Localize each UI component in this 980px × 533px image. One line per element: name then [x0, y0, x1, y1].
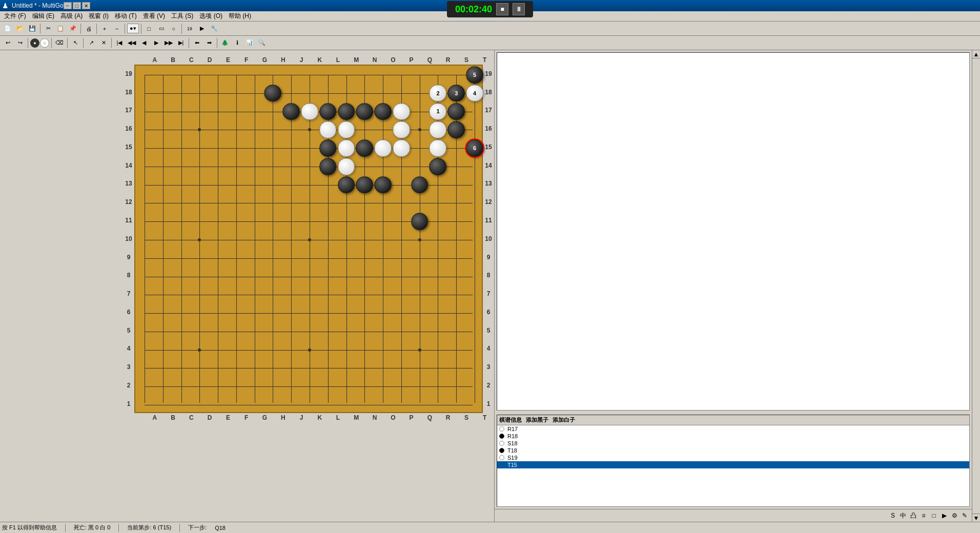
comment-area[interactable] — [497, 52, 970, 411]
menu-item-工具[interactable]: 工具 (S) — [168, 11, 196, 22]
stone-K17[interactable] — [301, 103, 318, 120]
save-button[interactable]: 💾 — [27, 23, 38, 34]
sb-icon-2[interactable]: 中 — [898, 510, 908, 521]
go-board[interactable]: 523416 — [134, 65, 483, 413]
scroll-up[interactable]: ▲ — [972, 50, 980, 58]
sb-icon-6[interactable]: ▶ — [939, 510, 949, 521]
new-button[interactable]: 📄 — [2, 23, 13, 34]
move-item-0[interactable]: R17 — [497, 425, 969, 433]
stone-T18[interactable]: 4 — [466, 85, 483, 102]
stone-T19[interactable]: 5 — [466, 66, 483, 84]
board-full-button[interactable]: ▭ — [156, 23, 167, 34]
sb-icon-5[interactable]: □ — [929, 510, 939, 521]
stone-R17[interactable]: 1 — [430, 103, 447, 120]
stone-T15[interactable]: 6 — [466, 139, 483, 157]
stone-S17[interactable] — [447, 103, 465, 120]
black-stone-button[interactable]: ● — [30, 38, 39, 48]
maximize-button[interactable]: □ — [73, 2, 81, 9]
stop-button[interactable]: ■ — [496, 3, 508, 15]
open-button[interactable]: 📂 — [14, 23, 26, 34]
sb-icon-1[interactable]: S — [888, 510, 898, 521]
stone-S16[interactable] — [447, 121, 465, 139]
close-button[interactable]: ✕ — [82, 2, 90, 9]
right-scrollbar[interactable]: ▲ ▼ — [972, 50, 980, 522]
tree-button[interactable]: 🌲 — [219, 37, 231, 49]
white-stone-button[interactable]: ○ — [40, 38, 49, 48]
stone-P16[interactable] — [393, 121, 410, 139]
stone-M16[interactable] — [338, 121, 355, 139]
board-square-button[interactable]: □ — [144, 23, 155, 34]
move-item-3[interactable]: T18 — [497, 447, 969, 454]
stone-Q13[interactable] — [411, 176, 428, 194]
move-item-4[interactable]: S19 — [497, 454, 969, 461]
count-button[interactable]: 19 — [184, 23, 195, 34]
info-button[interactable]: ℹ — [232, 37, 243, 49]
redo-button[interactable]: ↪ — [14, 37, 26, 49]
zoom-out-button[interactable]: − — [111, 23, 122, 34]
sb-icon-4[interactable]: ≡ — [918, 510, 929, 521]
board-circle-button[interactable]: ○ — [168, 23, 179, 34]
mode-select[interactable]: ●▾ — [127, 24, 139, 33]
nav-next-var[interactable]: ▶▶ — [163, 37, 174, 49]
stone-R15[interactable] — [430, 139, 447, 157]
mark-x[interactable]: ✕ — [98, 37, 109, 49]
menu-item-帮助[interactable]: 帮助 (H) — [226, 11, 254, 22]
pause-button[interactable]: ⏸ — [513, 3, 525, 15]
stone-N17[interactable] — [356, 103, 374, 120]
sb-icon-7[interactable]: ⚙ — [949, 510, 959, 521]
sb-icon-8[interactable]: ✎ — [959, 510, 970, 521]
menu-item-选项[interactable]: 选项 (O) — [196, 11, 226, 22]
tools-button[interactable]: 🔧 — [209, 23, 220, 34]
var-prev[interactable]: ⬅ — [191, 37, 202, 49]
move-item-1[interactable]: R18 — [497, 433, 969, 440]
stone-P15[interactable] — [393, 139, 410, 157]
zoom-board-button[interactable]: 🔍 — [256, 37, 268, 49]
play-button[interactable]: ▶ — [196, 23, 208, 34]
stone-M14[interactable] — [338, 158, 355, 175]
paste-button[interactable]: 📌 — [67, 23, 78, 34]
stone-R16[interactable] — [430, 121, 447, 139]
minimize-button[interactable]: − — [64, 2, 72, 9]
stone-L15[interactable] — [319, 139, 337, 157]
score-button[interactable]: 📊 — [244, 37, 255, 49]
copy-button[interactable]: 📋 — [55, 23, 66, 34]
stone-M13[interactable] — [338, 176, 355, 194]
sb-icon-3[interactable]: 凸 — [908, 510, 918, 521]
mark-arrow[interactable]: ↗ — [86, 37, 97, 49]
cut-button[interactable]: ✂ — [43, 23, 54, 34]
stone-Q11[interactable] — [411, 213, 428, 230]
stone-R18[interactable]: 2 — [430, 85, 447, 102]
stone-M17[interactable] — [338, 103, 355, 120]
stone-J17[interactable] — [282, 103, 300, 120]
var-next[interactable]: ➡ — [203, 37, 215, 49]
eraser-button[interactable]: ⌫ — [54, 37, 65, 49]
scroll-track[interactable] — [972, 58, 980, 514]
stone-L16[interactable] — [319, 121, 337, 139]
nav-next[interactable]: ▶ — [151, 37, 162, 49]
stone-N13[interactable] — [356, 176, 374, 194]
stone-O15[interactable] — [374, 139, 392, 157]
menu-item-移动[interactable]: 移动 (T) — [112, 11, 140, 22]
stone-P17[interactable] — [393, 103, 410, 120]
menu-item-文件[interactable]: 文件 (F) — [1, 11, 29, 22]
zoom-in-button[interactable]: + — [99, 23, 110, 34]
move-item-2[interactable]: S18 — [497, 440, 969, 447]
nav-last[interactable]: ▶| — [175, 37, 187, 49]
stone-L14[interactable] — [319, 158, 337, 175]
menu-item-高级[interactable]: 高级 (A) — [57, 11, 86, 22]
stone-S18[interactable]: 3 — [447, 85, 465, 102]
nav-prev-var[interactable]: ◀◀ — [126, 37, 137, 49]
nav-first[interactable]: |◀ — [114, 37, 125, 49]
menu-item-查看[interactable]: 查看 (V) — [140, 11, 168, 22]
stone-O17[interactable] — [374, 103, 392, 120]
nav-prev[interactable]: ◀ — [138, 37, 150, 49]
undo-button[interactable]: ↩ — [2, 37, 13, 49]
move-item-5[interactable]: T15 — [497, 461, 969, 468]
menu-item-编辑[interactable]: 编辑 (E) — [29, 11, 57, 22]
scroll-down[interactable]: ▼ — [972, 514, 980, 522]
stone-L17[interactable] — [319, 103, 337, 120]
stone-R14[interactable] — [430, 158, 447, 175]
menu-item-视窗[interactable]: 视窗 (I) — [86, 11, 112, 22]
stone-M15[interactable] — [338, 139, 355, 157]
print-button[interactable]: 🖨 — [83, 23, 94, 34]
